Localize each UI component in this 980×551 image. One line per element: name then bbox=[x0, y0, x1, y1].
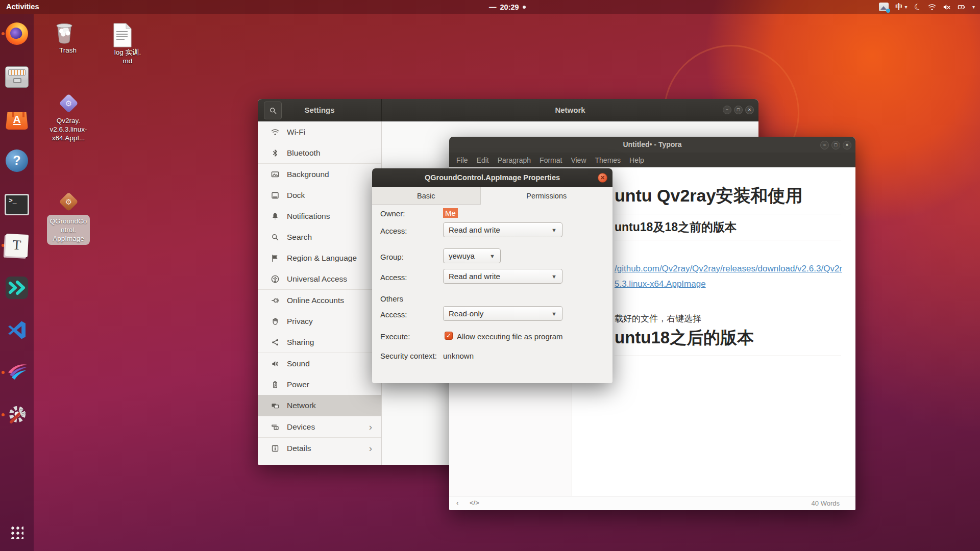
minimize-button[interactable]: − bbox=[723, 106, 731, 114]
sidebar-item-network[interactable]: Network bbox=[258, 395, 381, 416]
settings-headerbar: Settings Network − □ × bbox=[258, 99, 758, 121]
wifi-icon bbox=[271, 128, 279, 136]
input-method-label: 中 bbox=[895, 3, 902, 12]
dock-item-vscode[interactable] bbox=[0, 313, 34, 347]
others-access-dropdown[interactable]: Read-only▼ bbox=[443, 306, 562, 321]
sidebar-item-dock[interactable]: Dock bbox=[258, 185, 381, 206]
dock-item-firefox[interactable] bbox=[0, 17, 34, 51]
sidebar-item-sound[interactable]: Sound bbox=[258, 353, 381, 374]
typora-titlebar: Untitled• - Typora − □ × bbox=[449, 137, 855, 153]
sidebar-item-sharing[interactable]: Sharing bbox=[258, 332, 381, 353]
maximize-button[interactable]: □ bbox=[831, 141, 840, 149]
execute-checkbox-label: Allow executing file as program bbox=[457, 332, 563, 341]
doc-link-line-1[interactable]: /github.com/Qv2ray/Qv2ray/releases/downl… bbox=[615, 264, 842, 274]
system-menu-chevron-icon[interactable]: ▾ bbox=[972, 4, 975, 10]
volume-muted-icon[interactable] bbox=[943, 3, 951, 11]
window-controls: − □ × bbox=[820, 141, 851, 149]
sidebar-item-label: Notifications bbox=[287, 212, 330, 221]
chevron-down-icon: ▼ bbox=[551, 311, 557, 317]
doc-link-line-2[interactable]: 5.3.linux-x64.AppImage bbox=[615, 279, 706, 289]
sidebar-item-notifications[interactable]: Notifications bbox=[258, 206, 381, 227]
clock-menu[interactable]: — 20:29 bbox=[489, 0, 526, 14]
group-access-label: Access: bbox=[380, 273, 407, 282]
security-context-label: Security context: bbox=[380, 352, 437, 360]
sidebar-item-search[interactable]: Search bbox=[258, 227, 381, 247]
typora-statusbar: ‹ </> 40 Words bbox=[449, 496, 855, 510]
search-icon bbox=[271, 233, 279, 241]
search-button[interactable] bbox=[264, 102, 282, 119]
desktop-icon-qgroundcontrol-appimage[interactable]: ⚙ QGroundControl.AppImage bbox=[45, 193, 92, 245]
dropdown-value: Read-only bbox=[449, 309, 483, 318]
desktop-icon-log-md[interactable]: log 实训.md bbox=[111, 22, 144, 65]
qgroundcontrol-icon bbox=[5, 360, 29, 385]
owner-access-dropdown[interactable]: Read and write▼ bbox=[443, 222, 562, 237]
menu-format[interactable]: Format bbox=[540, 156, 562, 164]
menu-edit[interactable]: Edit bbox=[477, 156, 489, 164]
close-button[interactable]: × bbox=[745, 106, 754, 114]
permissions-panel: Owner: Me Access: Read and write▼ Group:… bbox=[372, 205, 612, 383]
doc-heading-1: untu Qv2ray安装和使用 bbox=[615, 184, 841, 214]
chevron-down-icon: ▼ bbox=[551, 273, 557, 280]
dock-item-typora[interactable] bbox=[0, 229, 34, 262]
sidebar-item-label: Wi-Fi bbox=[287, 128, 305, 137]
menu-view[interactable]: View bbox=[571, 156, 586, 164]
sidebar-item-region-language[interactable]: Region & Language bbox=[258, 247, 381, 268]
dock-item-ubuntu-software[interactable] bbox=[0, 102, 34, 135]
sidebar-item-details[interactable]: Details› bbox=[258, 438, 381, 459]
menu-paragraph[interactable]: Paragraph bbox=[498, 156, 531, 164]
sidebar-item-devices[interactable]: Devices› bbox=[258, 416, 381, 438]
wifi-status-icon[interactable] bbox=[928, 3, 936, 11]
group-dropdown[interactable]: yewuya▼ bbox=[443, 248, 501, 263]
sidebar-item-bluetooth[interactable]: Bluetooth bbox=[258, 142, 381, 164]
sidebar-item-online-accounts[interactable]: Online Accounts bbox=[258, 290, 381, 311]
activities-button[interactable]: Activities bbox=[6, 0, 39, 14]
doc-paragraph: 载好的文件，右键选择 bbox=[615, 313, 701, 324]
desktop-icon-qv2ray-appimage[interactable]: ⚙ Qv2ray.v2.6.3.linux-x64.AppI... bbox=[47, 94, 90, 142]
dock-item-terminal[interactable] bbox=[0, 186, 34, 220]
sidebar-item-background[interactable]: Background bbox=[258, 164, 381, 185]
dock-item-help[interactable] bbox=[0, 144, 34, 178]
dialog-titlebar: QGroundControl.AppImage Properties ✕ bbox=[372, 168, 612, 187]
dock-item-system-settings[interactable] bbox=[0, 398, 34, 432]
chevron-down-icon: ▾ bbox=[905, 4, 908, 10]
tab-basic[interactable]: Basic bbox=[372, 187, 481, 204]
minimize-button[interactable]: − bbox=[820, 141, 829, 149]
network-icon bbox=[271, 402, 279, 410]
sidebar-toggle-icon[interactable]: ‹ bbox=[456, 499, 458, 507]
screenshot-app-indicator-icon[interactable] bbox=[879, 3, 889, 11]
close-button[interactable]: ✕ bbox=[598, 173, 607, 183]
execute-label: Execute: bbox=[380, 332, 410, 341]
security-context-value: unknown bbox=[443, 352, 474, 360]
menu-help[interactable]: Help bbox=[629, 156, 644, 164]
night-light-icon[interactable]: ☾ bbox=[913, 1, 923, 13]
dock-item-remmina[interactable] bbox=[0, 271, 34, 305]
source-code-mode-icon[interactable]: </> bbox=[470, 499, 479, 507]
group-access-dropdown[interactable]: Read and write▼ bbox=[443, 269, 562, 284]
close-button[interactable]: × bbox=[843, 141, 851, 149]
sidebar-item-label: Universal Access bbox=[287, 274, 347, 284]
show-applications-button[interactable] bbox=[0, 515, 34, 549]
qgroundcontrol-appimage-icon: ⚙ bbox=[59, 192, 78, 211]
sidebar-item-wi-fi[interactable]: Wi-Fi bbox=[258, 121, 381, 142]
sidebar-item-privacy[interactable]: Privacy bbox=[258, 311, 381, 332]
sidebar-item-power[interactable]: Power bbox=[258, 374, 381, 395]
qv2ray-appimage-icon: ⚙ bbox=[59, 93, 78, 113]
maximize-button[interactable]: □ bbox=[734, 106, 743, 114]
notification-dot bbox=[523, 6, 526, 9]
sound-icon bbox=[271, 360, 279, 368]
sidebar-item-label: Sharing bbox=[287, 338, 314, 347]
help-icon bbox=[5, 148, 29, 173]
icon-label: Trash bbox=[51, 46, 85, 55]
tab-permissions[interactable]: Permissions bbox=[481, 187, 613, 205]
sidebar-item-label: Sound bbox=[287, 359, 310, 368]
dock-item-files[interactable] bbox=[0, 59, 34, 93]
menu-file[interactable]: File bbox=[456, 156, 468, 164]
sidebar-item-universal-access[interactable]: Universal Access bbox=[258, 268, 381, 290]
execute-checkbox[interactable]: ✓ bbox=[445, 332, 453, 340]
menu-themes[interactable]: Themes bbox=[595, 156, 621, 164]
dock-item-qgroundcontrol[interactable] bbox=[0, 356, 34, 389]
search-icon bbox=[269, 107, 277, 115]
battery-icon[interactable] bbox=[958, 3, 966, 11]
desktop-icon-trash[interactable]: Trash bbox=[51, 19, 85, 55]
input-method-indicator[interactable]: 中 ▾ bbox=[895, 3, 907, 12]
